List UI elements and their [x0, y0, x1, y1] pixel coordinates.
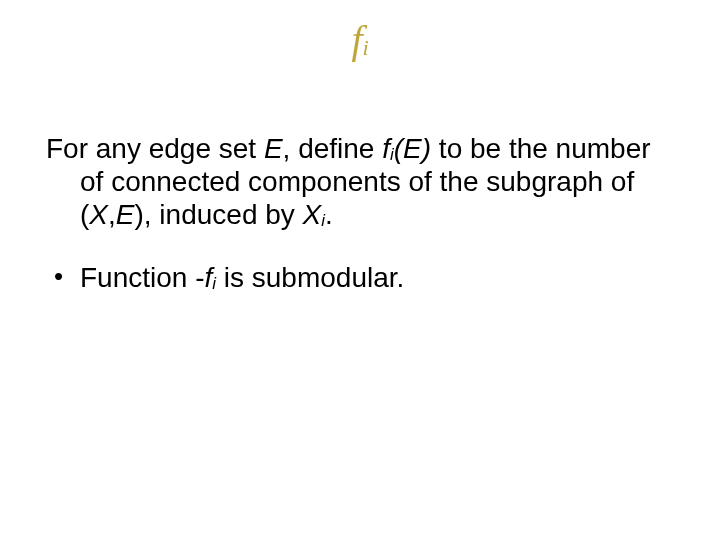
title-f: f	[351, 17, 362, 62]
slide-title: fi	[0, 20, 720, 60]
def-t2: , define	[283, 133, 383, 164]
def-XE-X: X	[89, 199, 108, 230]
def-XE-comma: ,	[108, 199, 116, 230]
bullet-t1: Function -	[80, 262, 205, 293]
def-XE-E: E	[116, 199, 135, 230]
bullet-item: • Function -fi is submodular.	[54, 261, 682, 294]
def-t3: to be the number	[431, 133, 650, 164]
slide-body: For any edge set E, define fi(E) to be t…	[46, 132, 682, 294]
definition-paragraph: For any edge set E, define fi(E) to be t…	[46, 132, 682, 231]
def-fiE-f: f	[382, 133, 390, 164]
def-t6: .	[325, 199, 333, 230]
bullet-text: Function -fi is submodular.	[80, 261, 682, 294]
def-XE-open: (	[80, 199, 89, 230]
def-fiE-paren: (E)	[394, 133, 431, 164]
def-XE-close: )	[134, 199, 143, 230]
def-t1: For any edge set	[46, 133, 264, 164]
bullet-dot-icon: •	[54, 261, 80, 292]
bullet-t2: is submodular.	[216, 262, 404, 293]
def-Xi-X: X	[303, 199, 322, 230]
slide: fi For any edge set E, define fi(E) to b…	[0, 0, 720, 540]
def-t5: , induced by	[144, 199, 303, 230]
title-sub-i: i	[363, 35, 369, 60]
def-t4: of connected components of the subgraph …	[80, 166, 634, 197]
def-E1: E	[264, 133, 283, 164]
